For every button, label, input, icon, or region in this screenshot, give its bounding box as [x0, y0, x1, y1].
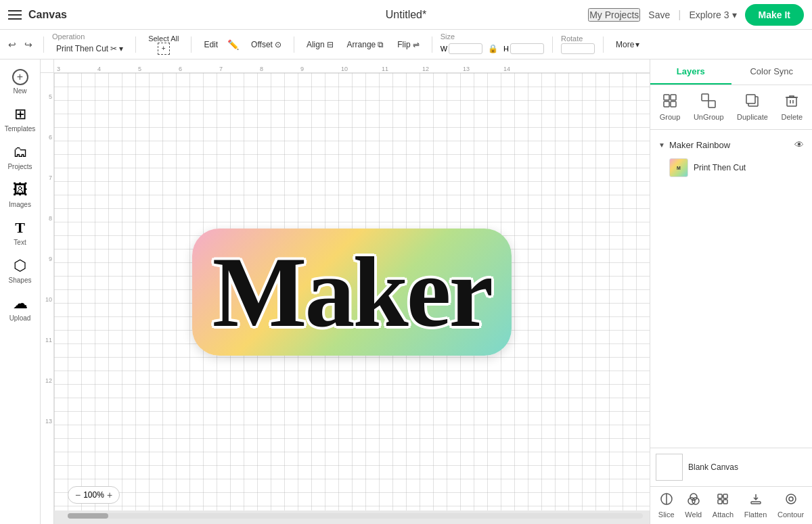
slice-icon	[660, 492, 673, 509]
layers-content: ▼ Maker Rainbow 👁 M Print Then Cut	[650, 130, 812, 448]
arrange-button[interactable]: Arrange ⧉	[343, 37, 388, 52]
header: Canvas Untitled* My Projects Save | Expl…	[0, 0, 812, 30]
separator-5	[432, 37, 432, 53]
visibility-icon[interactable]: 👁	[794, 139, 804, 150]
rotate-input[interactable]	[561, 43, 595, 54]
svg-rect-16	[718, 500, 722, 504]
more-chevron-icon: ▾	[635, 40, 639, 49]
flatten-button[interactable]: Flatten	[744, 492, 767, 519]
svg-rect-1	[671, 95, 676, 100]
offset-button[interactable]: Offset ⊙	[247, 37, 286, 52]
sidebar-item-new[interactable]: + New	[3, 65, 38, 99]
blank-canvas-area[interactable]: Blank Canvas	[650, 448, 812, 486]
save-button[interactable]: Save	[648, 9, 670, 20]
undo-button[interactable]: ↩	[5, 37, 19, 53]
canvas-wrapper[interactable]: 3 4 5 6 7 8 9 10 11 12 13 14 5 6 7 8 9 1…	[41, 59, 650, 524]
width-field: W	[441, 41, 482, 56]
header-right: My Projects Save | Explore 3 ▾ Make It	[588, 4, 804, 26]
delete-button[interactable]: Delete	[778, 91, 805, 124]
weld-button[interactable]: Weld	[685, 492, 702, 519]
header-center: Untitled*	[386, 9, 426, 21]
arrange-icon: ⧉	[378, 40, 384, 49]
flip-button[interactable]: Flip ⇌	[393, 37, 423, 52]
left-sidebar: + New ⊞ Templates 🗂 Projects 🖼 Images T …	[0, 59, 41, 524]
canvas-content[interactable]: Maker	[54, 73, 650, 510]
toolbar: ↩ ↪ Operation Print Then Cut ✂ ▾ Select …	[0, 30, 812, 59]
canvas-scrollbar-thumb[interactable]	[68, 513, 108, 519]
sidebar-item-templates[interactable]: ⊞ Templates	[3, 101, 38, 137]
zoom-out-button[interactable]: −	[75, 490, 81, 500]
layer-thumbnail: M	[669, 158, 688, 177]
select-all-button[interactable]: Select All +	[144, 33, 183, 56]
duplicate-icon	[745, 93, 760, 112]
zoom-controls: − 100% +	[68, 486, 120, 504]
edit-group: Edit ✏️	[200, 37, 242, 53]
svg-rect-3	[671, 101, 676, 107]
edit-button[interactable]: Edit	[200, 37, 222, 52]
chevron-down-icon: ▾	[732, 9, 737, 20]
explore-button[interactable]: Explore 3 ▾	[689, 9, 736, 20]
more-button[interactable]: More ▾	[612, 37, 644, 52]
ruler-corner	[41, 59, 54, 73]
slice-button[interactable]: Slice	[658, 492, 675, 519]
layer-group-maker-rainbow[interactable]: ▼ Maker Rainbow 👁	[656, 135, 807, 154]
maker-text: Maker	[212, 242, 491, 342]
separator-4	[294, 37, 294, 53]
width-input[interactable]	[449, 43, 482, 54]
app-title: Canvas	[28, 9, 67, 21]
canvas-scrollbar[interactable]	[68, 513, 643, 519]
redo-button[interactable]: ↪	[22, 37, 35, 53]
svg-rect-15	[723, 494, 727, 498]
operation-dropdown[interactable]: Print Then Cut ✂ ▾	[52, 41, 127, 56]
size-field: Size W 🔒 H	[441, 32, 544, 56]
separator-7	[603, 37, 604, 53]
edit-icon-button[interactable]: ✏️	[225, 37, 242, 53]
tab-layers[interactable]: Layers	[650, 59, 731, 85]
height-field: H	[503, 41, 544, 56]
svg-rect-17	[723, 500, 727, 504]
sidebar-item-shapes[interactable]: ⬡ Shapes	[3, 253, 38, 288]
contour-button[interactable]: Contour	[777, 492, 804, 519]
attach-icon	[716, 492, 729, 509]
sidebar-item-upload[interactable]: ☁ Upload	[3, 291, 38, 326]
my-projects-button[interactable]: My Projects	[588, 8, 640, 22]
ruler-left: 5 6 7 8 9 10 11 12 13	[41, 73, 54, 524]
svg-rect-14	[718, 494, 722, 498]
upload-icon: ☁	[13, 295, 28, 312]
duplicate-button[interactable]: Duplicate	[734, 91, 771, 124]
shapes-icon: ⬡	[14, 257, 26, 275]
zoom-level: 100%	[83, 490, 104, 500]
separator-6	[552, 37, 553, 53]
svg-point-12	[692, 498, 699, 504]
ungroup-button[interactable]: UnGroup	[691, 91, 727, 124]
make-it-button[interactable]: Make It	[745, 4, 804, 26]
sidebar-item-projects[interactable]: 🗂 Projects	[3, 139, 38, 174]
layer-item-print-then-cut[interactable]: M Print Then Cut	[656, 154, 807, 181]
maker-sticker[interactable]: Maker	[192, 229, 512, 356]
group-arrow-icon: ▼	[658, 141, 665, 149]
select-all-icon: +	[158, 43, 170, 55]
height-input[interactable]	[510, 43, 544, 54]
attach-button[interactable]: Attach	[713, 492, 734, 519]
separator-2	[135, 37, 136, 53]
sidebar-item-text[interactable]: T Text	[3, 215, 38, 250]
svg-rect-7	[746, 95, 755, 103]
zoom-in-button[interactable]: +	[107, 490, 112, 500]
ruler-top: 3 4 5 6 7 8 9 10 11 12 13 14	[54, 59, 650, 73]
group-icon	[662, 93, 677, 112]
svg-rect-4	[702, 94, 708, 101]
undo-redo-group: ↩ ↪	[5, 37, 35, 53]
separator-1	[43, 37, 44, 53]
main-area: + New ⊞ Templates 🗂 Projects 🖼 Images T …	[0, 59, 812, 524]
tab-color-sync[interactable]: Color Sync	[731, 59, 813, 85]
group-button[interactable]: Group	[657, 91, 683, 124]
align-button[interactable]: Align ⊟	[302, 37, 338, 52]
sidebar-item-images[interactable]: 🖼 Images	[3, 177, 38, 212]
lock-icon[interactable]: 🔒	[485, 41, 501, 56]
header-separator: |	[678, 9, 681, 21]
svg-rect-8	[787, 97, 796, 106]
right-panel: Layers Color Sync Group	[650, 59, 812, 524]
menu-icon[interactable]	[8, 10, 22, 20]
delete-icon	[784, 93, 799, 112]
svg-rect-0	[664, 95, 669, 100]
